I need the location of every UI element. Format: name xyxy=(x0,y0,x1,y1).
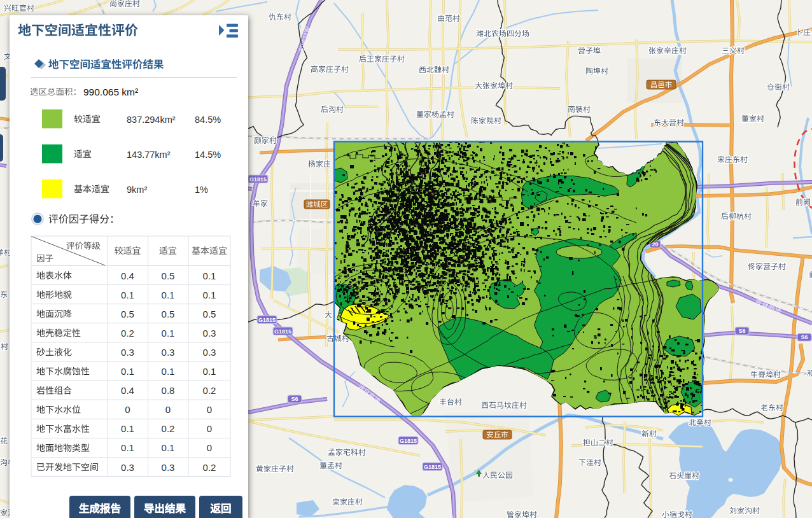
svg-text:0: 0 xyxy=(165,404,171,415)
svg-text:0.3: 0.3 xyxy=(162,462,175,473)
svg-text:0.3: 0.3 xyxy=(162,347,175,358)
svg-text:0.3: 0.3 xyxy=(121,462,134,473)
svg-text:0.1: 0.1 xyxy=(162,442,175,453)
svg-text:0.1: 0.1 xyxy=(121,423,134,434)
svg-text:14.5%: 14.5% xyxy=(195,150,221,160)
svg-text:0.1: 0.1 xyxy=(121,290,134,300)
svg-text:837.294km²: 837.294km² xyxy=(127,115,176,125)
svg-text:0.3: 0.3 xyxy=(121,347,134,358)
svg-text:9km²: 9km² xyxy=(127,185,147,195)
svg-text:0.5: 0.5 xyxy=(121,309,134,319)
svg-text:0.1: 0.1 xyxy=(162,290,175,300)
svg-text:0.1: 0.1 xyxy=(162,328,175,339)
svg-text:G1815: G1815 xyxy=(258,317,276,323)
svg-text:0.5: 0.5 xyxy=(203,309,216,319)
svg-text:1%: 1% xyxy=(195,185,208,195)
svg-text:0.1: 0.1 xyxy=(203,366,216,377)
svg-text:0: 0 xyxy=(207,442,212,453)
svg-text:0.1: 0.1 xyxy=(121,366,134,377)
svg-text:0.1: 0.1 xyxy=(203,270,216,281)
svg-text:0.5: 0.5 xyxy=(162,309,175,319)
svg-text:0.5: 0.5 xyxy=(162,270,175,281)
svg-text:0.1: 0.1 xyxy=(162,366,175,377)
svg-text:S6: S6 xyxy=(738,328,745,334)
svg-text:0: 0 xyxy=(125,404,130,415)
svg-text:990.065 km²: 990.065 km² xyxy=(83,87,138,97)
svg-text:0.4: 0.4 xyxy=(121,385,134,396)
svg-text:0.2: 0.2 xyxy=(203,385,216,396)
svg-text:0.1: 0.1 xyxy=(121,442,134,453)
svg-text:0.8: 0.8 xyxy=(162,385,175,396)
svg-text:84.5%: 84.5% xyxy=(195,115,221,125)
svg-text:143.77km²: 143.77km² xyxy=(127,150,171,160)
svg-text:0.2: 0.2 xyxy=(121,328,134,339)
svg-text:0.2: 0.2 xyxy=(162,423,175,434)
svg-text:S6: S6 xyxy=(801,334,808,340)
svg-text:G1815: G1815 xyxy=(249,176,267,183)
svg-text:G1815: G1815 xyxy=(274,328,291,335)
svg-text:0.4: 0.4 xyxy=(121,270,134,281)
svg-text:0: 0 xyxy=(207,423,212,434)
svg-text:G1815: G1815 xyxy=(424,464,441,470)
svg-text:0.1: 0.1 xyxy=(203,290,216,300)
svg-text:S6: S6 xyxy=(291,396,298,402)
svg-text:G1815: G1815 xyxy=(400,438,417,444)
svg-text:0: 0 xyxy=(207,404,212,415)
svg-text:0.2: 0.2 xyxy=(203,462,216,473)
svg-text:0.3: 0.3 xyxy=(203,347,216,358)
svg-text:0.3: 0.3 xyxy=(203,328,216,339)
